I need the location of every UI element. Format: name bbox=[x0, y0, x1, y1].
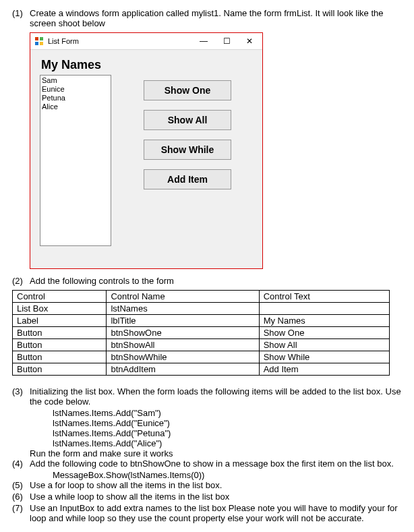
num-1: (1) bbox=[12, 8, 30, 28]
controls-table: Control Control Name Control Text List B… bbox=[12, 290, 390, 376]
num-5: (5) bbox=[12, 480, 30, 490]
num-2: (2) bbox=[12, 276, 30, 286]
show-while-button[interactable]: Show While bbox=[144, 140, 231, 160]
code-line: lstNames.Items.Add("Eunice") bbox=[53, 418, 402, 428]
code-line: lstNames.Items.Add("Alice") bbox=[53, 438, 402, 448]
num-7: (7) bbox=[12, 503, 30, 523]
table-header-row: Control Control Name Control Text bbox=[13, 291, 390, 303]
text-6: Use a while loop to show all the items i… bbox=[30, 492, 402, 502]
table-row: Button btnShowWhile Show While bbox=[13, 351, 390, 363]
list-item[interactable]: Eunice bbox=[42, 85, 109, 94]
text-3b: Run the form and make sure it works bbox=[30, 448, 402, 459]
num-4: (4) bbox=[12, 459, 30, 469]
text-4: Add the following code to btnShowOne to … bbox=[30, 459, 402, 469]
show-one-button[interactable]: Show One bbox=[144, 80, 231, 100]
instruction-6: (6) Use a while loop to show all the ite… bbox=[12, 492, 402, 502]
table-row: Button btnAddItem Add Item bbox=[13, 363, 390, 376]
th-control-name: Control Name bbox=[107, 291, 259, 303]
text-7: Use an InputBox to add extra names to th… bbox=[30, 503, 402, 523]
window-title: List Form bbox=[48, 37, 192, 45]
form-body: My Names Sam Eunice Petuna Alice Show On… bbox=[30, 50, 262, 268]
code-line: lstNames.Items.Add("Sam") bbox=[53, 408, 402, 418]
show-all-button[interactable]: Show All bbox=[144, 110, 231, 130]
svg-rect-1 bbox=[40, 37, 43, 40]
form-heading: My Names bbox=[41, 58, 253, 72]
code-line: lstNames.Items.Add("Petuna") bbox=[53, 428, 402, 438]
instruction-7: (7) Use an InputBox to add extra names t… bbox=[12, 503, 402, 523]
text-2: Add the following controls to the form bbox=[30, 276, 402, 286]
code-line: MessageBox.Show(lstNames.Items(0)) bbox=[53, 470, 402, 480]
text-1: Create a windows form application called… bbox=[30, 8, 402, 28]
app-icon bbox=[34, 36, 44, 46]
form-window: List Form — ☐ ✕ My Names Sam Eunice Petu… bbox=[30, 32, 263, 269]
instruction-4: (4) Add the following code to btnShowOne… bbox=[12, 459, 402, 469]
svg-rect-3 bbox=[40, 42, 43, 45]
num-6: (6) bbox=[12, 492, 30, 502]
instruction-2: (2) Add the following controls to the fo… bbox=[12, 276, 402, 286]
instruction-3: (3) Initializing the list box. When the … bbox=[12, 386, 402, 407]
maximize-button[interactable]: ☐ bbox=[215, 34, 238, 49]
titlebar: List Form — ☐ ✕ bbox=[30, 33, 262, 50]
list-item[interactable]: Sam bbox=[42, 76, 109, 85]
text-5: Use a for loop to show all the items in … bbox=[30, 480, 402, 490]
num-3: (3) bbox=[12, 386, 30, 407]
list-item[interactable]: Petuna bbox=[42, 94, 109, 102]
table-row: Button btnShowOne Show One bbox=[13, 327, 390, 339]
table-row: Label lblTitle My Names bbox=[13, 315, 390, 327]
minimize-button[interactable]: — bbox=[192, 34, 215, 49]
table-row: List Box lstNames bbox=[13, 303, 390, 315]
listbox-names[interactable]: Sam Eunice Petuna Alice bbox=[40, 75, 111, 246]
th-control-text: Control Text bbox=[259, 291, 389, 303]
th-control: Control bbox=[13, 291, 107, 303]
close-button[interactable]: ✕ bbox=[238, 34, 261, 49]
svg-rect-2 bbox=[35, 42, 38, 45]
table-row: Button btnShowAll Show All bbox=[13, 339, 390, 351]
list-item[interactable]: Alice bbox=[42, 102, 109, 111]
text-3: Initializing the list box. When the form… bbox=[30, 386, 402, 407]
instruction-5: (5) Use a for loop to show all the items… bbox=[12, 480, 402, 490]
instruction-1: (1) Create a windows form application ca… bbox=[12, 8, 402, 28]
svg-rect-0 bbox=[35, 37, 38, 40]
add-item-button[interactable]: Add Item bbox=[144, 169, 231, 189]
